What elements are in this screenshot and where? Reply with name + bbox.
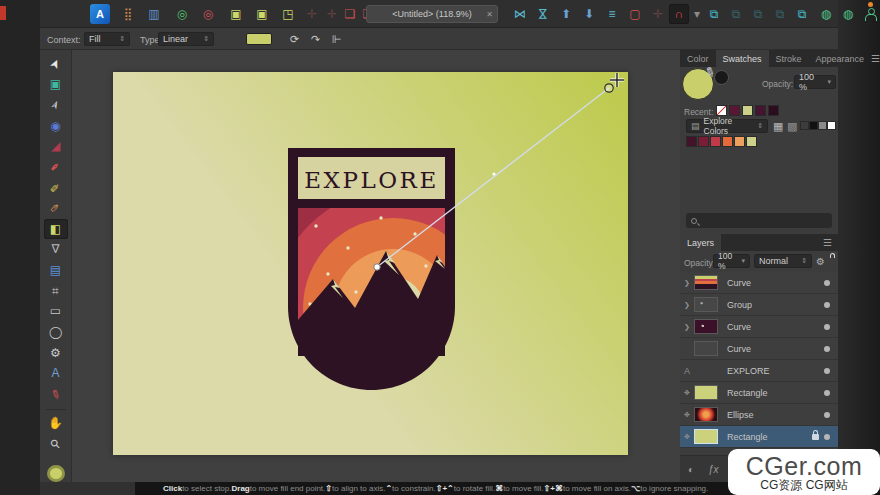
layer-visibility-toggle[interactable]	[824, 390, 830, 396]
fit-fill-button[interactable]: ⊩	[328, 31, 345, 47]
zoom-tool[interactable]: ⚲	[44, 434, 68, 454]
context-select[interactable]: Fill⇕	[84, 32, 130, 46]
rotate-fill-button[interactable]: ⟳	[286, 31, 303, 47]
fill-color-well[interactable]	[246, 33, 272, 45]
color-swatch[interactable]	[686, 136, 697, 147]
dim-handle2-icon[interactable]: ✛	[322, 4, 342, 24]
transform-origin-icon[interactable]: ▢	[625, 4, 645, 24]
layer-locked-icon[interactable]	[812, 434, 819, 440]
duplicate-back-icon[interactable]: ❏	[340, 4, 360, 24]
swatch-search-input[interactable]	[686, 213, 832, 228]
color-swatch[interactable]	[755, 105, 766, 116]
layer-thumbnail[interactable]	[694, 319, 718, 334]
selection-box-icon[interactable]: ▣	[226, 4, 246, 24]
dim-point-icon[interactable]: ✛	[648, 4, 668, 24]
color-pixels-icon[interactable]: ⣿	[118, 4, 138, 24]
layer-visibility-toggle[interactable]	[824, 302, 830, 308]
layer-visibility-toggle[interactable]	[824, 368, 830, 374]
expand-chevron-icon[interactable]: ❯	[680, 279, 694, 287]
boolean-combine-icon[interactable]: ⧉	[792, 4, 812, 24]
snapping-magnet-icon[interactable]: ∩	[669, 4, 689, 24]
artboard[interactable]: EXPLORE	[113, 72, 628, 455]
expand-chevron-icon[interactable]: ❯	[680, 301, 694, 309]
insert-inside-icon[interactable]: ◍	[816, 4, 836, 24]
rectangle-tool[interactable]: ▭	[44, 302, 68, 322]
rotation-center-red-icon[interactable]: ◎	[198, 4, 218, 24]
layer-thumbnail[interactable]	[694, 275, 718, 290]
boolean-divide-icon[interactable]: ⧉	[770, 4, 790, 24]
artboard-tool[interactable]: ▣	[44, 75, 68, 95]
document-tab[interactable]: <Untitled> (118.9%) ✕	[366, 5, 498, 23]
tab-swatches[interactable]: Swatches	[716, 50, 769, 67]
swatch-opacity-select[interactable]: 100 %▾	[794, 75, 836, 89]
point-transform-tool[interactable]: ◉	[44, 116, 68, 136]
rotation-center-green-icon[interactable]: ◎	[172, 4, 192, 24]
layer-row-rectangle-5[interactable]: ✥Rectangle	[680, 382, 838, 404]
pen-tool[interactable]: ✒	[44, 157, 68, 177]
color-swatch[interactable]	[827, 121, 836, 130]
fill-gradient-tool[interactable]: ◧	[44, 219, 68, 239]
swatches-menu-icon[interactable]: ☰	[871, 50, 880, 67]
reverse-fill-button[interactable]: ↷	[307, 31, 324, 47]
move-tool[interactable]: ➤	[44, 54, 68, 74]
boolean-subtract-icon[interactable]: ⧉	[726, 4, 746, 24]
ellipse-tool[interactable]: ◯	[44, 322, 68, 342]
flip-horizontal-icon[interactable]: ⋈	[510, 4, 530, 24]
color-swatch[interactable]	[734, 136, 745, 147]
color-swatch[interactable]	[809, 121, 818, 130]
color-swatch[interactable]	[742, 105, 753, 116]
layer-row-rectangle-7[interactable]: ✥Rectangle	[680, 426, 838, 448]
layer-visibility-toggle[interactable]	[824, 324, 830, 330]
pencil-tool[interactable]: ✏	[44, 178, 68, 198]
artboard-stats-icon[interactable]: ▥	[144, 4, 164, 24]
layer-row-explore-4[interactable]: AEXPLORE	[680, 360, 838, 382]
layer-row-curve-2[interactable]: ❯Curve	[680, 316, 838, 338]
color-swatch[interactable]	[768, 105, 779, 116]
insert-behind-icon[interactable]: ◍	[838, 4, 858, 24]
layer-thumbnail[interactable]	[694, 407, 718, 422]
layer-visibility-toggle[interactable]	[824, 434, 830, 440]
color-swatch[interactable]	[746, 136, 757, 147]
gradient-type-select[interactable]: Linear⇕	[158, 32, 214, 46]
tab-layers[interactable]: Layers	[680, 234, 721, 251]
color-swatch[interactable]	[698, 136, 709, 147]
layer-thumbnail[interactable]	[694, 341, 718, 356]
alignment-icon[interactable]: ≡	[602, 4, 622, 24]
move-forward-icon[interactable]: ⬆	[556, 4, 576, 24]
boolean-intersect-icon[interactable]: ⧉	[748, 4, 768, 24]
color-swatch[interactable]	[800, 121, 809, 130]
canvas-viewport[interactable]: EXPLORE	[72, 50, 680, 482]
layer-thumbnail[interactable]	[694, 363, 718, 378]
layer-row-curve-3[interactable]: Curve	[680, 338, 838, 360]
dim-handle-icon[interactable]: ✛	[302, 4, 322, 24]
color-swatch[interactable]	[729, 105, 740, 116]
current-fill-indicator[interactable]	[47, 465, 65, 482]
tab-appearance[interactable]: Appearance	[809, 50, 872, 67]
boolean-add-icon[interactable]: ⧉	[704, 4, 724, 24]
selection-pen-icon[interactable]: ◳	[278, 4, 298, 24]
transparency-tool[interactable]: ∇	[44, 240, 68, 260]
layer-row-ellipse-6[interactable]: ✥Ellipse	[680, 404, 838, 426]
cog-shape-tool[interactable]: ⚙	[44, 343, 68, 363]
layer-visibility-toggle[interactable]	[824, 280, 830, 286]
vector-crop-tool[interactable]: ⌗	[44, 281, 68, 301]
color-picker-tool[interactable]: ✐	[44, 384, 68, 404]
layer-settings-gear-icon[interactable]: ⚙	[816, 256, 825, 267]
effects-icon[interactable]: ƒx	[708, 464, 719, 475]
adjustment-icon[interactable]: ◐	[688, 464, 694, 475]
layer-thumbnail[interactable]	[694, 429, 718, 444]
color-swatch[interactable]	[722, 136, 733, 147]
place-image-tool[interactable]: ▤	[44, 260, 68, 280]
layer-thumbnail[interactable]	[694, 385, 718, 400]
blend-mode-select[interactable]: Normal⇕	[754, 254, 812, 268]
color-swatch[interactable]	[818, 121, 827, 130]
color-swatch[interactable]	[716, 105, 727, 116]
palette-select[interactable]: ▤ Explore Colors ⇕	[686, 119, 768, 133]
layer-row-curve-0[interactable]: ❯Curve	[680, 272, 838, 294]
tab-stroke[interactable]: Stroke	[769, 50, 809, 67]
contacts-person-icon[interactable]	[860, 4, 880, 24]
move-backward-icon[interactable]: ⬇	[579, 4, 599, 24]
node-tool[interactable]: ➢	[44, 95, 68, 115]
layers-opacity-select[interactable]: 100 %▾	[713, 254, 750, 268]
expand-chevron-icon[interactable]: ❯	[680, 323, 694, 331]
